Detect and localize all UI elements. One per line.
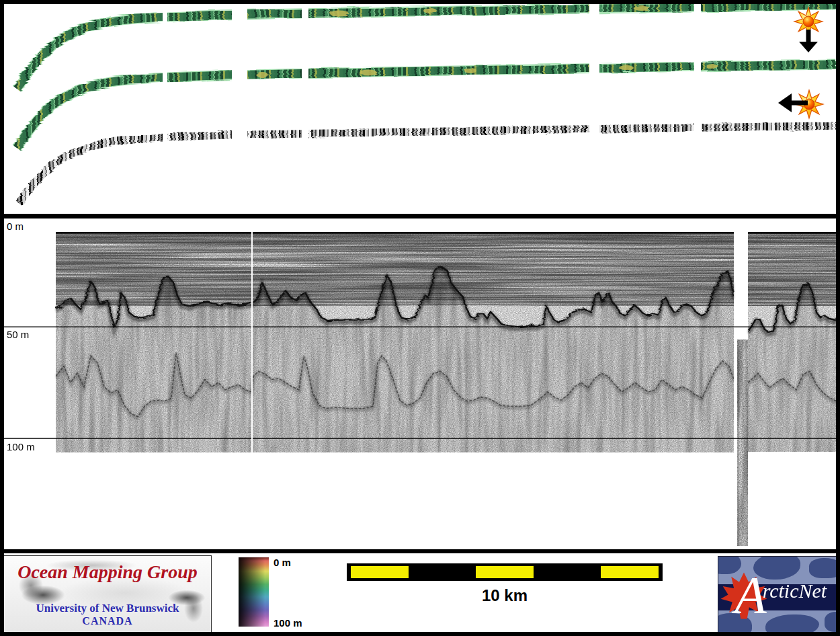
survey-track-strip-3 bbox=[19, 126, 836, 203]
track-panel bbox=[0, 0, 840, 214]
omg-university: University of New Brunswick bbox=[4, 602, 211, 615]
colorbar-top-label: 0 m bbox=[274, 557, 291, 568]
omg-country: CANADA bbox=[4, 615, 211, 627]
depth-colorbar bbox=[239, 557, 269, 627]
echogram-deep-strip bbox=[737, 340, 748, 546]
map-scale-bar bbox=[347, 563, 663, 581]
panel-separator-1 bbox=[0, 214, 840, 218]
arcticnet-initial: A bbox=[734, 565, 767, 624]
survey-figure: 0 m 50 m 100 m Ocean Mapping Group Unive… bbox=[0, 0, 840, 636]
scale-bar-segment bbox=[601, 566, 659, 578]
gridline-50m bbox=[0, 327, 840, 327]
depth-label-100m: 100 m bbox=[7, 441, 35, 452]
scale-bar-segment bbox=[476, 566, 534, 578]
arcticnet-wordmark: ArcticNet bbox=[734, 569, 835, 621]
depth-label-0m: 0 m bbox=[7, 221, 24, 232]
track-panel-canvas bbox=[0, 0, 840, 214]
arcticnet-logo: ArcticNet bbox=[718, 556, 837, 633]
gridline-100m bbox=[0, 438, 840, 439]
scale-bar-segment bbox=[351, 566, 409, 578]
gridline-0m bbox=[56, 232, 734, 234]
colorbar-bottom-label: 100 m bbox=[274, 617, 302, 629]
panel-separator-2 bbox=[0, 549, 840, 553]
border-left bbox=[0, 0, 4, 636]
echogram-panel bbox=[0, 218, 840, 549]
depth-label-50m: 50 m bbox=[7, 329, 29, 340]
echogram-segment-separator bbox=[251, 232, 253, 454]
sun-marker-left-icon bbox=[778, 90, 823, 118]
scale-bar-label: 10 km bbox=[347, 586, 663, 605]
track-data-gaps bbox=[163, 3, 701, 211]
omg-logo: Ocean Mapping Group University of New Br… bbox=[3, 555, 212, 633]
sun-marker-down-icon bbox=[794, 7, 823, 52]
echogram-grain bbox=[56, 232, 734, 452]
border-bottom bbox=[0, 632, 840, 636]
echogram-canvas bbox=[0, 218, 840, 549]
arcticnet-rest: rcticNet bbox=[763, 580, 827, 602]
echogram-grain-right bbox=[748, 232, 840, 452]
omg-title: Ocean Mapping Group bbox=[4, 561, 211, 583]
border-right bbox=[836, 0, 840, 636]
border-top bbox=[0, 0, 840, 4]
